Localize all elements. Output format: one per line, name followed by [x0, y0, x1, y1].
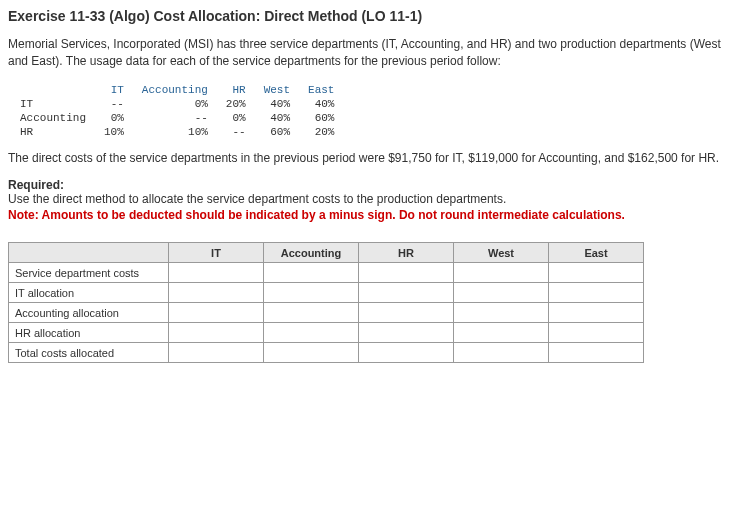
- input-cell[interactable]: [549, 263, 644, 283]
- usage-cell: 60%: [300, 112, 342, 124]
- table-row: HR allocation: [9, 323, 644, 343]
- usage-row-label: HR: [20, 126, 94, 138]
- usage-hdr-accounting: Accounting: [134, 84, 216, 96]
- note-text: Note: Amounts to be deducted should be i…: [8, 208, 741, 222]
- answer-hdr-east: East: [549, 243, 644, 263]
- input-cell[interactable]: [549, 343, 644, 363]
- direct-costs-text: The direct costs of the service departme…: [8, 150, 741, 167]
- row-label-accounting-allocation: Accounting allocation: [9, 303, 169, 323]
- answer-hdr-it: IT: [169, 243, 264, 263]
- input-cell[interactable]: [549, 323, 644, 343]
- input-cell[interactable]: [359, 263, 454, 283]
- usage-cell: 10%: [96, 126, 132, 138]
- table-row: IT allocation: [9, 283, 644, 303]
- usage-table: IT Accounting HR West East IT -- 0% 20% …: [18, 82, 344, 140]
- row-label-service-costs: Service department costs: [9, 263, 169, 283]
- usage-row-hr: HR 10% 10% -- 60% 20%: [20, 126, 342, 138]
- usage-cell: 20%: [218, 98, 254, 110]
- usage-cell: 20%: [300, 126, 342, 138]
- input-cell[interactable]: [169, 343, 264, 363]
- input-cell[interactable]: [264, 263, 359, 283]
- input-cell[interactable]: [454, 283, 549, 303]
- input-cell[interactable]: [549, 283, 644, 303]
- usage-hdr-it: IT: [96, 84, 132, 96]
- input-cell[interactable]: [264, 303, 359, 323]
- input-cell[interactable]: [359, 303, 454, 323]
- input-cell[interactable]: [454, 303, 549, 323]
- intro-paragraph: Memorial Services, Incorporated (MSI) ha…: [8, 36, 741, 70]
- table-row: Total costs allocated: [9, 343, 644, 363]
- required-label: Required:: [8, 178, 741, 192]
- answer-hdr-blank: [9, 243, 169, 263]
- input-cell[interactable]: [169, 323, 264, 343]
- usage-cell: --: [96, 98, 132, 110]
- usage-hdr-east: East: [300, 84, 342, 96]
- answer-table: IT Accounting HR West East Service depar…: [8, 242, 644, 363]
- input-cell[interactable]: [454, 263, 549, 283]
- exercise-title: Exercise 11-33 (Algo) Cost Allocation: D…: [8, 8, 741, 24]
- required-text: Use the direct method to allocate the se…: [8, 192, 741, 206]
- input-cell[interactable]: [359, 283, 454, 303]
- input-cell[interactable]: [549, 303, 644, 323]
- usage-row-label: Accounting: [20, 112, 94, 124]
- usage-cell: --: [218, 126, 254, 138]
- answer-hdr-accounting: Accounting: [264, 243, 359, 263]
- input-cell[interactable]: [169, 263, 264, 283]
- input-cell[interactable]: [454, 323, 549, 343]
- input-cell[interactable]: [264, 343, 359, 363]
- table-row: Accounting allocation: [9, 303, 644, 323]
- usage-cell: 0%: [218, 112, 254, 124]
- usage-hdr-blank: [20, 84, 94, 96]
- input-cell[interactable]: [169, 303, 264, 323]
- row-label-total-allocated: Total costs allocated: [9, 343, 169, 363]
- usage-cell: 40%: [256, 98, 298, 110]
- input-cell[interactable]: [264, 323, 359, 343]
- usage-hdr-west: West: [256, 84, 298, 96]
- input-cell[interactable]: [454, 343, 549, 363]
- usage-cell: 10%: [134, 126, 216, 138]
- usage-row-label: IT: [20, 98, 94, 110]
- usage-cell: --: [134, 112, 216, 124]
- input-cell[interactable]: [264, 283, 359, 303]
- row-label-hr-allocation: HR allocation: [9, 323, 169, 343]
- usage-row-it: IT -- 0% 20% 40% 40%: [20, 98, 342, 110]
- input-cell[interactable]: [359, 343, 454, 363]
- answer-hdr-hr: HR: [359, 243, 454, 263]
- table-row: Service department costs: [9, 263, 644, 283]
- usage-cell: 0%: [96, 112, 132, 124]
- usage-cell: 40%: [300, 98, 342, 110]
- usage-hdr-hr: HR: [218, 84, 254, 96]
- input-cell[interactable]: [169, 283, 264, 303]
- usage-cell: 40%: [256, 112, 298, 124]
- row-label-it-allocation: IT allocation: [9, 283, 169, 303]
- usage-cell: 60%: [256, 126, 298, 138]
- input-cell[interactable]: [359, 323, 454, 343]
- answer-hdr-west: West: [454, 243, 549, 263]
- usage-cell: 0%: [134, 98, 216, 110]
- usage-row-accounting: Accounting 0% -- 0% 40% 60%: [20, 112, 342, 124]
